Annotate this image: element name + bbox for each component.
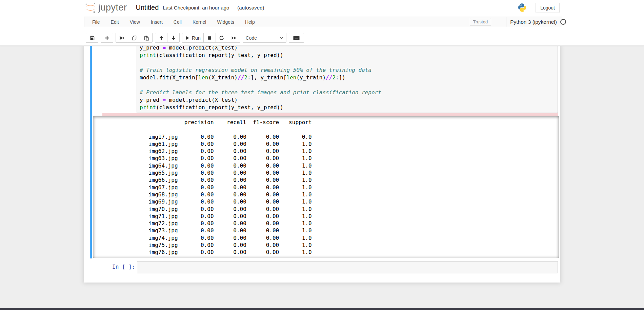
notebook-title[interactable]: Untitled <box>136 4 159 12</box>
notebook-site: y_pred = model.predict(X_test) print(cla… <box>0 46 644 310</box>
menu-file[interactable]: File <box>87 17 105 27</box>
add-cell-icon <box>104 35 110 41</box>
bottom-edge-bar <box>0 308 644 310</box>
code-editor-content: y_pred = model.predict(X_test) print(cla… <box>137 46 558 111</box>
header-right: Logout <box>518 0 560 15</box>
empty-cell-input[interactable] <box>137 261 558 273</box>
notebook-container: y_pred = model.predict(X_test) print(cla… <box>84 46 560 283</box>
move-cell-up-button[interactable] <box>155 33 167 43</box>
run-label: Run <box>192 35 201 41</box>
kernel-idle-indicator-icon <box>560 19 566 25</box>
paste-cell-button[interactable] <box>140 33 153 43</box>
code-cell-input[interactable]: y_pred = model.predict(X_test) print(cla… <box>137 46 558 113</box>
command-palette-button[interactable] <box>289 33 304 43</box>
menubar-right: Trusted Python 3 (ipykernel) <box>470 17 562 27</box>
add-cell-button[interactable] <box>101 33 113 43</box>
selected-cell-indicator <box>90 46 92 258</box>
menu-widgets[interactable]: Widgets <box>212 17 240 27</box>
jupyter-logo-icon <box>85 2 96 14</box>
output-scroll-area[interactable]: precision recall f1-score support img17.… <box>93 116 559 258</box>
autosave-status: (autosaved) <box>237 5 264 11</box>
stderr-warning-strip <box>102 113 558 116</box>
chevron-down-icon <box>280 37 283 39</box>
save-icon <box>89 35 95 41</box>
toolbar: Run Code <box>86 33 304 43</box>
restart-kernel-button[interactable] <box>216 33 228 43</box>
move-cell-down-button[interactable] <box>167 33 180 43</box>
keyboard-icon <box>293 35 300 40</box>
copy-cell-button[interactable] <box>128 33 140 43</box>
trusted-badge[interactable]: Trusted <box>470 18 491 26</box>
jupyter-notebook-app: { "header": { "logo_text": "jupyter", "t… <box>0 0 644 310</box>
menu-insert[interactable]: Insert <box>145 17 168 27</box>
checkpoint-status: Last Checkpoint: an hour ago <box>163 5 229 11</box>
run-button[interactable]: Run <box>182 33 204 43</box>
classification-report-output: precision recall f1-score support img17.… <box>93 116 559 256</box>
jupyter-logo-text: jupyter <box>98 2 127 13</box>
copy-icon <box>132 35 137 41</box>
menu-edit[interactable]: Edit <box>105 17 124 27</box>
restart-run-all-button[interactable] <box>228 33 240 43</box>
save-button[interactable] <box>86 33 98 43</box>
cell-type-value: Code <box>246 35 257 41</box>
stop-icon <box>207 36 212 40</box>
restart-run-all-icon <box>231 35 237 41</box>
header: jupyter Untitled Last Checkpoint: an hou… <box>0 0 644 46</box>
run-icon <box>185 36 190 40</box>
cell-type-dropdown[interactable]: Code <box>243 33 286 43</box>
menubar: FileEditViewInsertCellKernelWidgetsHelp … <box>84 17 562 27</box>
cut-cell-button[interactable] <box>116 33 128 43</box>
menu-view[interactable]: View <box>124 17 145 27</box>
move-down-icon <box>171 35 176 41</box>
logout-button[interactable]: Logout <box>536 3 560 13</box>
kernel-name: Python 3 (ipykernel) <box>506 19 560 25</box>
input-prompt: In [ ]: <box>112 264 135 270</box>
move-up-icon <box>159 35 164 41</box>
menu-kernel[interactable]: Kernel <box>187 17 212 27</box>
interrupt-kernel-button[interactable] <box>203 33 216 43</box>
menu-help[interactable]: Help <box>240 17 260 27</box>
python-logo-icon <box>518 3 527 12</box>
header-title-row: jupyter Untitled Last Checkpoint: an hou… <box>85 0 264 15</box>
restart-kernel-icon <box>219 35 224 41</box>
jupyter-logo[interactable]: jupyter <box>85 2 127 14</box>
menu-cell[interactable]: Cell <box>168 17 187 27</box>
cut-icon <box>119 35 125 41</box>
paste-icon <box>144 35 149 41</box>
